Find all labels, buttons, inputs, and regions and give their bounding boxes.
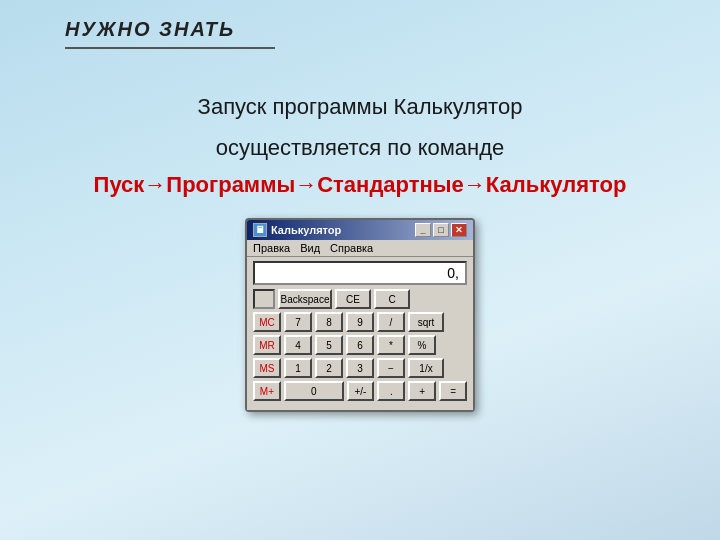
pct-button[interactable]: % [408, 335, 436, 355]
mul-button[interactable]: * [377, 335, 405, 355]
btn-0[interactable]: 0 [284, 381, 344, 401]
calc-title: Калькулятор [271, 224, 341, 236]
menu-item-edit[interactable]: Правка [253, 242, 290, 254]
calc-titlebar-left: 🖩 Калькулятор [253, 223, 341, 237]
btn-4[interactable]: 4 [284, 335, 312, 355]
btn-6[interactable]: 6 [346, 335, 374, 355]
div-button[interactable]: / [377, 312, 405, 332]
slide: НУЖНО ЗНАТЬ Запуск программы Калькулятор… [0, 0, 720, 540]
btn-5[interactable]: 5 [315, 335, 343, 355]
plus-button[interactable]: + [408, 381, 436, 401]
btn-7[interactable]: 7 [284, 312, 312, 332]
calculator-window: 🖩 Калькулятор _ □ ✕ Правка Вид Справка 0… [245, 218, 475, 412]
eq-button[interactable]: = [439, 381, 467, 401]
calc-menubar: Правка Вид Справка [247, 240, 473, 257]
header-title: НУЖНО ЗНАТЬ [65, 18, 235, 40]
close-button[interactable]: ✕ [451, 223, 467, 237]
btn-1[interactable]: 1 [284, 358, 312, 378]
mc-button[interactable]: MC [253, 312, 281, 332]
dot-button[interactable]: . [377, 381, 405, 401]
calc-row-4: MS 1 2 3 − 1/x [253, 358, 467, 378]
calc-row-1: Backspace CE C [253, 289, 467, 309]
calc-app-icon: 🖩 [253, 223, 267, 237]
calc-body: 0, Backspace CE C MC 7 8 9 / sqrt MR 4 [247, 257, 473, 410]
minimize-button[interactable]: _ [415, 223, 431, 237]
menu-item-help[interactable]: Справка [330, 242, 373, 254]
btn-2[interactable]: 2 [315, 358, 343, 378]
description-line2: осуществляется по команде [40, 131, 680, 164]
menu-item-view[interactable]: Вид [300, 242, 320, 254]
ms-button[interactable]: MS [253, 358, 281, 378]
btn-3[interactable]: 3 [346, 358, 374, 378]
backspace-button[interactable]: Backspace [278, 289, 332, 309]
calc-display: 0, [253, 261, 467, 285]
check-box[interactable] [253, 289, 275, 309]
calc-row-2: MC 7 8 9 / sqrt [253, 312, 467, 332]
maximize-button[interactable]: □ [433, 223, 449, 237]
main-content: Запуск программы Калькулятор осуществляе… [0, 90, 720, 218]
inv-button[interactable]: 1/x [408, 358, 444, 378]
calc-titlebar: 🖩 Калькулятор _ □ ✕ [247, 220, 473, 240]
header-tab-area: НУЖНО ЗНАТЬ [65, 18, 335, 49]
btn-8[interactable]: 8 [315, 312, 343, 332]
minus-button[interactable]: − [377, 358, 405, 378]
mplus-button[interactable]: M+ [253, 381, 281, 401]
calc-row-3: MR 4 5 6 * % [253, 335, 467, 355]
ce-button[interactable]: CE [335, 289, 371, 309]
command-text: Пуск→Программы→Стандартные→Калькулятор [40, 172, 680, 198]
description-line1: Запуск программы Калькулятор [40, 90, 680, 123]
posneg-button[interactable]: +/- [347, 381, 375, 401]
mr-button[interactable]: MR [253, 335, 281, 355]
sqrt-button[interactable]: sqrt [408, 312, 444, 332]
btn-9[interactable]: 9 [346, 312, 374, 332]
calc-row-5: M+ 0 +/- . + = [253, 381, 467, 401]
c-button[interactable]: C [374, 289, 410, 309]
calc-titlebar-buttons: _ □ ✕ [415, 223, 467, 237]
